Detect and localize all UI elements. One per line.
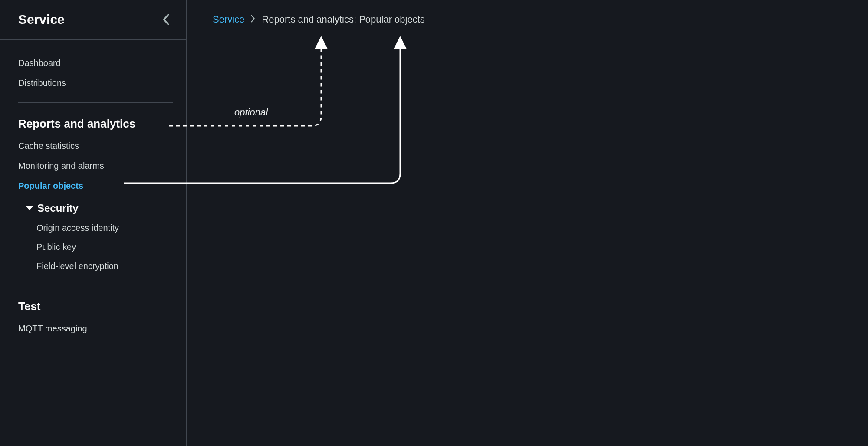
sidebar-item-origin-access-identity[interactable]: Origin access identity [36, 218, 173, 237]
sidebar-subsection-security-items: Origin access identity Public key Field-… [18, 218, 173, 275]
sidebar-group-top: Dashboard Distributions [18, 40, 173, 102]
breadcrumb-root-link[interactable]: Service [213, 13, 244, 26]
sidebar: Service Dashboard Distributions Reports … [0, 0, 187, 446]
sidebar-item-distributions[interactable]: Distributions [18, 73, 173, 93]
breadcrumb-separator [250, 13, 256, 26]
sidebar-header: Service [0, 0, 186, 40]
sidebar-item-mqtt-messaging[interactable]: MQTT messaging [18, 318, 173, 338]
chevron-left-icon [162, 13, 170, 26]
sidebar-group-reports: Reports and analytics Cache statistics M… [18, 102, 173, 285]
sidebar-item-dashboard[interactable]: Dashboard [18, 53, 173, 73]
sidebar-item-field-level-encryption[interactable]: Field-level encryption [36, 256, 173, 275]
sidebar-section-heading-test: Test [18, 298, 173, 314]
sidebar-subsection-toggle-security[interactable]: Security [18, 196, 173, 218]
sidebar-section-heading-reports: Reports and analytics [18, 116, 173, 131]
collapse-sidebar-button[interactable] [159, 13, 173, 26]
sidebar-group-test: Test MQTT messaging [18, 285, 173, 348]
breadcrumb: Service Reports and analytics: Popular o… [213, 13, 851, 26]
breadcrumb-current: Reports and analytics: Popular objects [262, 13, 424, 26]
sidebar-item-public-key[interactable]: Public key [36, 237, 173, 256]
main-content: Service Reports and analytics: Popular o… [187, 0, 868, 446]
caret-down-icon [26, 206, 33, 210]
chevron-right-icon [250, 15, 256, 23]
sidebar-item-cache-statistics[interactable]: Cache statistics [18, 136, 173, 156]
sidebar-subsection-heading-security: Security [37, 201, 79, 216]
sidebar-nav: Dashboard Distributions Reports and anal… [0, 40, 186, 348]
sidebar-item-monitoring-and-alarms[interactable]: Monitoring and alarms [18, 156, 173, 176]
sidebar-title: Service [18, 10, 65, 29]
sidebar-item-popular-objects[interactable]: Popular objects [18, 176, 173, 196]
